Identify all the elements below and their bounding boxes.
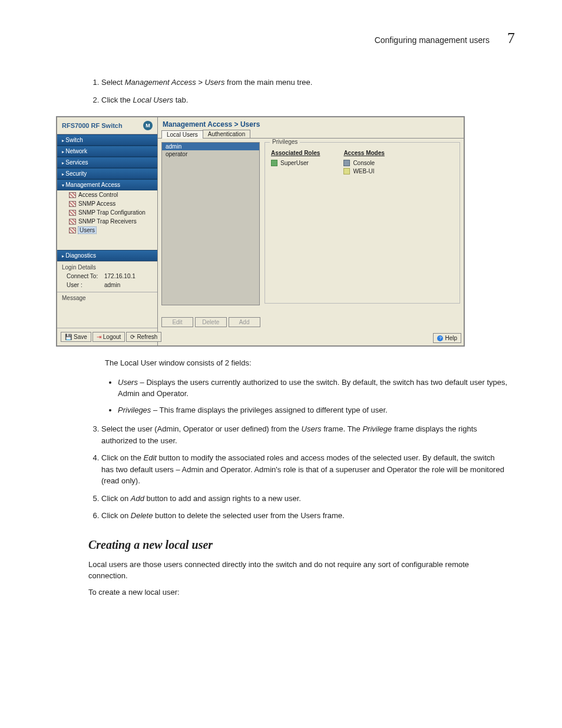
desc: – Displays the users currently authorize… xyxy=(118,378,507,398)
role-name: SuperUser xyxy=(280,160,309,166)
label: Users xyxy=(78,227,96,233)
field-bullets: Users – Displays the users currently aut… xyxy=(105,377,509,416)
text: Click on xyxy=(101,511,131,520)
step-5: Click on Add button to add and assign ri… xyxy=(101,493,509,505)
sidebar-title-row: RFS7000 RF Switch M xyxy=(57,117,157,134)
connect-to-label: Connect To: xyxy=(67,273,101,279)
list-item[interactable]: operator xyxy=(162,150,259,158)
role-icon xyxy=(271,160,277,166)
label: Logout xyxy=(103,334,121,340)
label: SNMP Trap Configuration xyxy=(78,209,146,216)
nav-item-management-access[interactable]: Management Access xyxy=(57,179,157,190)
nav-sub-snmp-trap-receivers[interactable]: SNMP Trap Receivers xyxy=(57,217,157,226)
tab-bar: Local UsersAuthentication xyxy=(158,130,464,138)
nav-item-network[interactable]: Network xyxy=(57,146,157,157)
list-item[interactable]: admin xyxy=(162,143,259,150)
help-icon: ? xyxy=(437,335,443,341)
nav-tree: Switch Network Services Security Managem… xyxy=(57,134,157,261)
edit-button[interactable]: Edit xyxy=(161,317,193,327)
text: button to delete the selected user from … xyxy=(153,511,344,520)
privileges-label: Privileges xyxy=(270,139,300,145)
folder-icon xyxy=(69,228,76,233)
text: Click on the xyxy=(101,453,144,462)
user-value: admin xyxy=(104,282,120,288)
term: Privileges xyxy=(118,406,151,414)
section-paragraph: To create a new local user: xyxy=(88,587,509,598)
login-details-label: Login Details xyxy=(62,264,153,271)
page-header: Configuring management users 7 xyxy=(47,29,515,47)
term: Edit xyxy=(144,453,157,462)
section-heading: Creating a new local user xyxy=(88,538,509,552)
mode-icon xyxy=(343,168,350,174)
desc: – This frame displays the privileges ass… xyxy=(151,406,387,414)
text: tab. xyxy=(173,95,188,104)
text: Select the user (Admin, Operator or user… xyxy=(101,424,302,433)
users-list[interactable]: admin operator xyxy=(161,142,260,305)
tab-authentication[interactable]: Authentication xyxy=(203,130,250,138)
bullet-privileges: Privileges – This frame displays the pri… xyxy=(118,404,509,416)
content-pane: Management Access > Users Local UsersAut… xyxy=(158,117,464,345)
page-header-title: Configuring management users xyxy=(375,35,490,45)
folder-icon xyxy=(69,201,76,207)
nav-sub-snmp-access[interactable]: SNMP Access xyxy=(57,199,157,208)
nav-item-security[interactable]: Security xyxy=(57,168,157,179)
text: RF Switch xyxy=(89,122,122,129)
connect-to-value: 172.16.10.1 xyxy=(104,273,135,279)
text: 7000 xyxy=(75,122,89,129)
text: button to modify the associated roles an… xyxy=(101,453,504,485)
step-4: Click on the Edit button to modify the a… xyxy=(101,452,509,487)
text: from the main menu tree. xyxy=(224,78,312,87)
login-details-box: Login Details Connect To:172.16.10.1 Use… xyxy=(57,261,157,292)
delete-button[interactable]: Delete xyxy=(195,317,227,327)
tab-local-users[interactable]: Local Users xyxy=(161,130,203,139)
step-6: Click on Delete button to delete the sel… xyxy=(101,510,509,522)
nav-sub-users[interactable]: Users xyxy=(57,226,157,235)
step-list: Select Management Access > Users from th… xyxy=(88,77,509,106)
text: Click the xyxy=(101,95,133,104)
text: frame. The xyxy=(322,424,363,433)
access-modes-column: Access Modes Console WEB-UI xyxy=(343,150,384,176)
help-button[interactable]: ?Help xyxy=(433,333,461,343)
user-label: User : xyxy=(67,282,101,288)
logout-icon: ⇥ xyxy=(97,334,101,340)
term: Delete xyxy=(131,511,153,520)
mode-name: WEB-UI xyxy=(353,168,374,174)
label: Help xyxy=(445,335,457,341)
nav-item-services[interactable]: Services xyxy=(57,157,157,168)
step-3: Select the user (Admin, Operator or user… xyxy=(101,423,509,446)
nav-item-switch[interactable]: Switch xyxy=(57,134,157,146)
refresh-icon: ⟳ xyxy=(130,334,135,340)
nav-sub-access-control[interactable]: Access Control xyxy=(57,190,157,199)
mode-icon xyxy=(343,160,350,166)
term: Add xyxy=(131,494,144,503)
menu-path: Management Access > Users xyxy=(125,78,225,87)
label: Access Control xyxy=(78,192,118,198)
help-row: ?Help xyxy=(158,331,464,345)
app-window: RFS7000 RF Switch M Switch Network Servi… xyxy=(56,116,465,347)
message-box: Message xyxy=(57,292,157,328)
term: Users xyxy=(118,378,138,387)
folder-icon xyxy=(69,219,76,225)
sidebar-footer-buttons: 💾Save ⇥Logout ⟳Refresh xyxy=(57,328,157,345)
bullet-users: Users – Displays the users currently aut… xyxy=(118,377,509,400)
tab-name: Local Users xyxy=(133,95,173,104)
sidebar: RFS7000 RF Switch M Switch Network Servi… xyxy=(57,117,158,345)
message-label: Message xyxy=(62,295,153,301)
term: Privilege xyxy=(362,424,392,433)
motorola-logo-icon: M xyxy=(143,121,153,130)
step-2: Click the Local Users tab. xyxy=(101,94,509,106)
refresh-button[interactable]: ⟳Refresh xyxy=(126,332,161,342)
save-button[interactable]: 💾Save xyxy=(61,332,91,342)
step-1: Select Management Access > Users from th… xyxy=(101,77,509,88)
folder-icon xyxy=(69,192,76,198)
add-button[interactable]: Add xyxy=(229,317,260,327)
text: Select xyxy=(101,78,125,87)
logout-button[interactable]: ⇥Logout xyxy=(92,332,125,342)
section-paragraph: Local users are those users connected di… xyxy=(88,559,509,582)
nav-item-diagnostics[interactable]: Diagnostics xyxy=(57,250,157,261)
associated-roles-header: Associated Roles xyxy=(271,150,320,156)
nav-sub-snmp-trap-config[interactable]: SNMP Trap Configuration xyxy=(57,208,157,217)
label: SNMP Trap Receivers xyxy=(78,218,137,225)
disk-icon: 💾 xyxy=(65,334,72,340)
caption: The Local User window consists of 2 fiel… xyxy=(105,357,509,369)
